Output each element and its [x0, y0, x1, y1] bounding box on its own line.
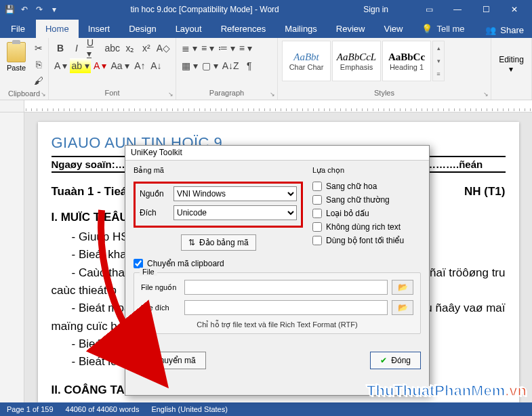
chk-min-font[interactable]: Dùng bộ font tối thiểu [312, 236, 421, 245]
status-words[interactable]: 44060 of 44060 words [66, 405, 140, 413]
underline-button[interactable]: U ▾ [85, 41, 102, 56]
paste-button[interactable]: Paste [4, 41, 28, 73]
maximize-button[interactable]: ☐ [472, 1, 499, 18]
cut-button[interactable]: ✂ [31, 41, 46, 56]
tab-layout[interactable]: Layout [166, 20, 211, 38]
multilevel-button[interactable]: ≔ ▾ [217, 41, 237, 56]
minimize-button[interactable]: — [444, 1, 471, 18]
sign-in-link[interactable]: Sign in [363, 5, 388, 14]
change-case-button[interactable]: Aa ▾ [109, 58, 131, 73]
editing-menu[interactable]: Editing▾ [499, 55, 524, 74]
highlight-button[interactable]: ab ▾ [70, 58, 90, 73]
save-icon[interactable]: 💾 [4, 4, 15, 15]
tell-me[interactable]: 💡 Tell me [412, 20, 474, 38]
group-font-label: Font [104, 89, 119, 97]
shrink-font-button[interactable]: A↓ [148, 58, 163, 73]
copy-button[interactable]: ⎘ [31, 57, 46, 72]
strikethrough-button[interactable]: abc [104, 41, 121, 56]
chk-remove-accent[interactable]: Loại bỏ dấu [312, 209, 421, 218]
tab-home[interactable]: Home [36, 20, 79, 38]
file-legend: File [140, 268, 157, 276]
highlight-box: Nguồn VNI Windows Đích Unicode [134, 182, 303, 228]
group-paragraph-label: Paragraph [209, 89, 244, 97]
show-marks-button[interactable]: ¶ [242, 58, 257, 73]
share-button[interactable]: 👥 Share [477, 22, 532, 38]
nguon-label: Nguồn [140, 189, 173, 199]
styles-launcher-icon[interactable]: ↘ [483, 91, 489, 98]
style-emphasis[interactable]: AaBbCcL Emphasis [332, 41, 381, 81]
tab-view[interactable]: View [374, 20, 412, 38]
horizontal-ruler [0, 100, 532, 112]
tab-references[interactable]: References [211, 20, 275, 38]
italic-button[interactable]: I [69, 41, 84, 56]
paragraph-launcher-icon[interactable]: ↘ [270, 91, 275, 98]
ribbon: Paste ✂ ⎘ 🖌 Clipboard ↘ B I U ▾ abc x₂ x… [0, 38, 532, 100]
style-heading1[interactable]: AaBbCc Heading 1 [382, 41, 431, 81]
bullets-button[interactable]: ≣ ▾ [180, 41, 199, 56]
file-dst-browse[interactable]: 📂 [392, 300, 413, 315]
file-src-input[interactable] [184, 280, 388, 295]
folder-icon: 📂 [398, 283, 408, 292]
swap-button[interactable]: ⇅ Đảo bảng mã [181, 234, 256, 251]
font-launcher-icon[interactable]: ↘ [168, 91, 173, 98]
close-window-button[interactable]: ✕ [501, 1, 528, 18]
file-src-browse[interactable]: 📂 [392, 280, 413, 295]
subscript-button[interactable]: x₂ [123, 41, 138, 56]
styles-gallery: AaBbt Char Char AaBbCcL Emphasis AaBbCc … [282, 41, 445, 81]
status-bar: Page 1 of 159 44060 of 44060 words Engli… [0, 402, 532, 416]
file-note: Chỉ hỗ trợ file text và file Rich Text F… [141, 320, 413, 329]
group-styles-label: Styles [374, 89, 394, 97]
format-painter-button[interactable]: 🖌 [31, 73, 46, 88]
superscript-button[interactable]: x² [139, 41, 154, 56]
clear-formatting-button[interactable]: A◇ [155, 41, 171, 56]
play-icon: ▶ [144, 356, 150, 365]
styles-more[interactable]: ≡ [433, 68, 444, 81]
window-title: tin hoc 9.doc [Compatibility Mode] - Wor… [60, 5, 350, 14]
unikey-dialog: UniKey Toolkit Bảng mã Nguồn VNI Windows… [125, 145, 430, 396]
chk-uppercase[interactable]: Sang chữ hoa [312, 182, 421, 191]
font-color-button[interactable]: A ▾ [92, 58, 108, 73]
ribbon-tabs: File Home Insert Design Layout Reference… [0, 19, 532, 38]
title-bar: 💾 ↶ ↷ ▾ tin hoc 9.doc [Compatibility Mod… [0, 0, 532, 19]
folder-icon: 📂 [398, 303, 408, 312]
close-button[interactable]: ✔ Đóng [370, 352, 421, 369]
styles-scroll-up[interactable]: ▴ [433, 41, 444, 54]
chk-clipboard[interactable]: Chuyển mã clipboard [134, 259, 421, 268]
chk-no-richtext[interactable]: Không dùng rich text [312, 222, 421, 232]
bold-button[interactable]: B [53, 41, 68, 56]
dich-label: Đích [140, 208, 173, 217]
text-effects-button[interactable]: A ▾ [53, 58, 68, 73]
luachon-legend: Lựa chọn [312, 166, 421, 175]
qat-customize-icon[interactable]: ▾ [49, 4, 60, 15]
styles-scroll-down[interactable]: ▾ [433, 54, 444, 67]
sort-button[interactable]: A↓Z [221, 58, 241, 73]
status-page[interactable]: Page 1 of 159 [7, 405, 54, 413]
shading-button[interactable]: ▦ ▾ [180, 58, 199, 73]
numbering-button[interactable]: ≡ ▾ [200, 41, 216, 56]
undo-icon[interactable]: ↶ [19, 4, 30, 15]
borders-button[interactable]: ▢ ▾ [201, 58, 220, 73]
file-src-label: File nguồn [141, 283, 180, 292]
align-button[interactable]: ≡ ▾ [238, 41, 253, 56]
file-dst-input[interactable] [184, 300, 388, 315]
redo-icon[interactable]: ↷ [34, 4, 45, 15]
tab-insert[interactable]: Insert [79, 20, 120, 38]
style-char-char[interactable]: AaBbt Char Char [282, 41, 331, 81]
convert-button[interactable]: ▶ Chuyển mã [134, 352, 206, 369]
dialog-title: UniKey Toolkit [125, 146, 429, 161]
clipboard-launcher-icon[interactable]: ↘ [41, 91, 46, 98]
tab-mailings[interactable]: Mailings [275, 20, 327, 38]
check-icon: ✔ [380, 356, 387, 365]
nguon-select[interactable]: VNI Windows [173, 186, 297, 201]
group-clipboard-label: Clipboard [8, 89, 40, 98]
chk-lowercase[interactable]: Sang chữ thường [312, 195, 421, 205]
file-dst-label: File đích [141, 304, 180, 312]
tab-file[interactable]: File [0, 20, 36, 38]
tab-review[interactable]: Review [327, 20, 375, 38]
clipboard-icon [7, 42, 26, 62]
tab-design[interactable]: Design [119, 20, 165, 38]
dich-select[interactable]: Unicode [173, 205, 297, 220]
status-language[interactable]: English (United States) [151, 405, 228, 413]
ribbon-options-icon[interactable]: ▭ [415, 1, 443, 18]
grow-font-button[interactable]: A↑ [132, 58, 147, 73]
